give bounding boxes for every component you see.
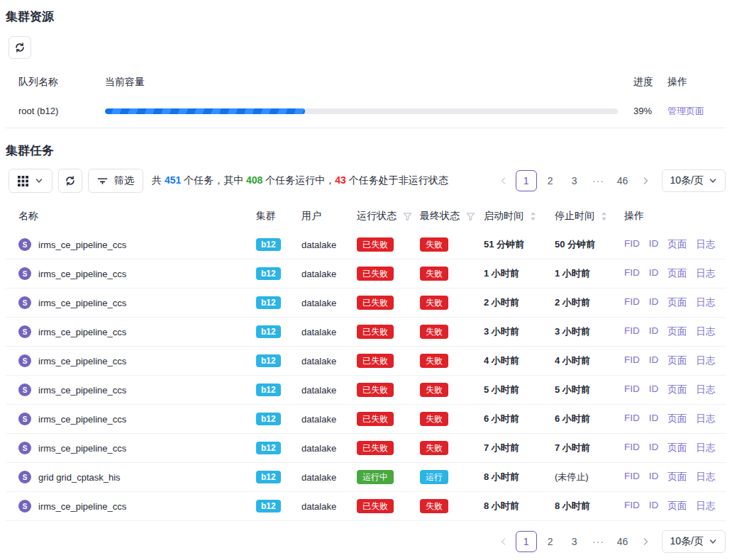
op-link-id[interactable]: ID [649,354,659,367]
pagination-page-1[interactable]: 1 [516,531,537,552]
task-name-cell: Sirms_ce_pipeline_ccs [18,325,256,338]
op-link-log[interactable]: 日志 [696,296,715,309]
run-status-badge: 已失败 [357,441,394,455]
final-status-cell: 失败 [420,441,484,455]
op-link-log[interactable]: 日志 [696,354,715,367]
pagination-prev-button[interactable] [494,531,513,552]
op-link-page[interactable]: 页面 [667,325,687,338]
operations-cell: FIDID页面日志 [624,471,726,483]
op-link-page[interactable]: 页面 [667,296,687,309]
pagination-page-2[interactable]: 2 [540,531,561,552]
op-link-id[interactable]: ID [649,267,659,280]
op-link-fid[interactable]: FID [624,296,640,309]
user-cell: datalake [301,269,357,279]
task-name-cell: Sirms_ce_pipeline_ccs [18,354,256,367]
cluster-cell: b12 [256,325,301,338]
operations-cell: FIDID页面日志 [624,413,726,425]
cluster-badge: b12 [256,413,281,425]
resources-table-header: 队列名称 当前容量 进度 操作 [6,70,726,94]
op-link-log[interactable]: 日志 [696,471,715,483]
pagination-page-46[interactable]: 46 [612,170,633,191]
op-link-fid[interactable]: FID [624,442,640,454]
operations-cell: FIDID页面日志 [624,500,726,513]
run-status-cell: 已失败 [357,383,420,397]
op-link-page[interactable]: 页面 [667,267,687,280]
run-status-badge: 已失败 [357,325,394,339]
op-link-page[interactable]: 页面 [667,354,687,367]
op-link-page[interactable]: 页面 [667,442,687,454]
cluster-badge: b12 [256,500,281,513]
op-link-log[interactable]: 日志 [696,325,715,338]
op-link-fid[interactable]: FID [624,413,640,425]
column-header-启动时间: 启动时间 [484,210,555,223]
op-link-id[interactable]: ID [649,325,659,338]
op-link-page[interactable]: 页面 [667,238,687,251]
run-status-cell: 已失败 [357,296,420,310]
op-link-id[interactable]: ID [649,296,659,309]
tasks-refresh-button[interactable] [58,169,82,193]
sorter-icon[interactable] [530,211,536,221]
run-status-cell: 已失败 [357,441,420,455]
final-status-badge: 失败 [420,499,448,513]
op-link-fid[interactable]: FID [624,325,640,338]
task-name: grid grid_cptask_his [38,472,121,483]
cluster-badge: b12 [256,471,281,483]
start-time: 8 小时前 [484,471,555,483]
op-link-page[interactable]: 页面 [667,383,687,396]
op-link-log[interactable]: 日志 [696,238,715,251]
op-link-id[interactable]: ID [649,238,659,251]
pagination-page-1[interactable]: 1 [516,170,537,191]
op-link-id[interactable]: ID [649,413,659,425]
run-status-cell: 已失败 [357,499,420,513]
pagination-page-3[interactable]: 3 [564,170,585,191]
column-header-label: 启动时间 [484,210,523,223]
op-link-page[interactable]: 页面 [667,500,687,513]
table-row: Sgrid grid_cptask_hisb12datalake运行中运行8 小… [6,463,726,492]
start-time: 2 小时前 [484,296,555,309]
op-link-page[interactable]: 页面 [667,413,687,425]
manage-page-link[interactable]: 管理页面 [667,106,704,116]
op-link-id[interactable]: ID [649,383,659,396]
filter-icon[interactable] [403,212,412,221]
table-row: Sirms_ce_pipeline_ccsb12datalake已失败失败51 … [6,230,726,259]
pagination-page-3[interactable]: 3 [564,531,585,552]
resources-table-row: root (b12) 39% 管理页面 [6,94,726,128]
column-header-label: 名称 [18,210,38,223]
stop-time: 8 小时前 [555,500,624,513]
op-link-fid[interactable]: FID [624,471,640,483]
pagination-page-2[interactable]: 2 [540,170,561,191]
op-link-log[interactable]: 日志 [696,500,715,513]
resources-refresh-button[interactable] [9,36,31,59]
op-link-log[interactable]: 日志 [696,413,715,425]
column-settings-dropdown-button[interactable] [9,169,52,193]
operations-cell: FIDID页面日志 [624,325,726,338]
op-link-fid[interactable]: FID [624,238,640,251]
filter-button-label: 筛选 [114,174,134,187]
pagination-next-button[interactable] [636,531,655,552]
operations-cell: FIDID页面日志 [624,296,726,309]
op-link-page[interactable]: 页面 [667,471,687,483]
pagination-prev-button[interactable] [494,170,513,191]
op-link-fid[interactable]: FID [624,383,640,396]
op-link-log[interactable]: 日志 [696,442,715,454]
op-link-fid[interactable]: FID [624,354,640,367]
op-link-fid[interactable]: FID [624,500,640,513]
filter-icon[interactable] [466,212,475,221]
table-row: Sirms_ce_pipeline_ccsb12datalake已失败失败2 小… [6,289,726,318]
page-size-select[interactable]: 10条/页 [662,169,726,192]
op-link-log[interactable]: 日志 [696,383,715,396]
op-link-id[interactable]: ID [649,471,659,483]
op-link-fid[interactable]: FID [624,267,640,280]
op-link-log[interactable]: 日志 [696,267,715,280]
page-size-select[interactable]: 10条/页 [662,530,726,553]
task-name-cell: Sirms_ce_pipeline_ccs [18,296,256,309]
final-status-badge: 失败 [420,412,448,426]
final-status-cell: 失败 [420,354,484,368]
sorter-icon[interactable] [601,211,607,221]
pagination-next-button[interactable] [636,170,655,191]
op-link-id[interactable]: ID [649,442,659,454]
pagination-page-46[interactable]: 46 [612,531,633,552]
final-status-badge: 失败 [420,383,448,397]
filter-button[interactable]: 筛选 [88,169,143,193]
op-link-id[interactable]: ID [649,500,659,513]
